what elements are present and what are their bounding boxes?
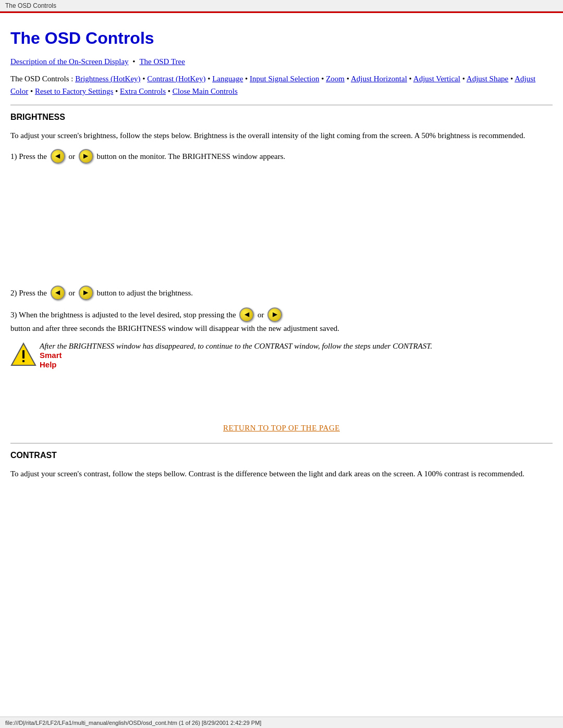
status-bar: file:///D|/rita/LF2/LF2/LFa1/multi_manua… [0, 717, 563, 728]
link-contrast-hotkey[interactable]: Contrast (HotKey) [147, 75, 205, 83]
link-extra-controls[interactable]: Extra Controls [120, 87, 166, 95]
status-bar-text: file:///D|/rita/LF2/LF2/LFa1/multi_manua… [5, 720, 261, 726]
left-arrow-button-3[interactable] [239, 307, 254, 322]
link-zoom[interactable]: Zoom [326, 75, 345, 83]
svg-rect-3 [22, 360, 25, 362]
right-arrow-button-1[interactable] [79, 149, 93, 164]
browser-title-text: The OSD Controls [5, 2, 56, 9]
step3-text-start: 3) When the brightness is adjusted to th… [10, 309, 236, 321]
brightness-heading: BRIGHTNESS [10, 113, 553, 122]
smart-help-label: SmartHelp [40, 351, 62, 369]
step1-text-after: button on the monitor. The BRIGHTNESS wi… [97, 150, 286, 163]
page-title: The OSD Controls [10, 29, 553, 48]
nav-separator-1: • [131, 57, 138, 66]
link-adjust-vertical[interactable]: Adjust Vertical [413, 75, 460, 83]
description-prefix: The OSD Controls : [10, 75, 75, 83]
nav-link-osd-tree[interactable]: The OSD Tree [139, 57, 185, 66]
contrast-heading: CONTRAST [10, 451, 553, 460]
brightness-step2: 2) Press the or button to adjust the bri… [10, 286, 553, 300]
brightness-step1: 1) Press the or button on the monitor. T… [10, 149, 553, 164]
link-reset-factory[interactable]: Reset to Factory Settings [35, 87, 113, 95]
nav-links: Description of the On-Screen Display • T… [10, 57, 553, 66]
left-arrow-button-1[interactable] [51, 149, 65, 164]
main-content: The OSD Controls Description of the On-S… [0, 13, 563, 519]
link-brightness-hotkey[interactable]: Brightness (HotKey) [75, 75, 140, 83]
brightness-step3: 3) When the brightness is adjusted to th… [10, 307, 553, 335]
step2-text-after: button to adjust the brightness. [97, 287, 193, 299]
spacer-2 [10, 377, 553, 408]
left-arrow-button-2[interactable] [51, 286, 65, 300]
link-adjust-shape[interactable]: Adjust Shape [467, 75, 508, 83]
browser-title-bar: The OSD Controls [0, 0, 563, 11]
divider-top [10, 105, 553, 105]
right-arrow-button-3[interactable] [267, 307, 282, 322]
link-adjust-horizontal[interactable]: Adjust Horizontal [351, 75, 407, 83]
link-input-signal-selection[interactable]: Input Signal Selection [250, 75, 319, 83]
step2-text-before: 2) Press the [10, 287, 47, 299]
step1-or-text: or [69, 150, 76, 163]
warning-text-block: After the BRIGHTNESS window has disappea… [40, 342, 432, 369]
right-arrow-button-2[interactable] [79, 286, 93, 300]
step3-text-end: button and after three seconds the BRIGH… [10, 322, 339, 335]
warning-icon [10, 342, 36, 368]
brightness-description: To adjust your screen's brightness, foll… [10, 129, 553, 142]
link-close-main-controls[interactable]: Close Main Controls [173, 87, 238, 95]
step3-or-text: or [258, 309, 264, 321]
step1-text-before: 1) Press the [10, 150, 47, 163]
divider-contrast [10, 443, 553, 443]
return-link-block: RETURN TO TOP OF THE PAGE [10, 424, 553, 433]
description-links-block: The OSD Controls : Brightness (HotKey) •… [10, 72, 553, 97]
step2-or-text: or [69, 287, 76, 299]
contrast-description: To adjust your screen's contrast, follow… [10, 467, 553, 480]
return-to-top-link[interactable]: RETURN TO TOP OF THE PAGE [223, 424, 340, 432]
warning-text: After the BRIGHTNESS window has disappea… [40, 342, 432, 350]
link-language[interactable]: Language [212, 75, 243, 83]
svg-rect-2 [22, 350, 25, 359]
nav-link-description[interactable]: Description of the On-Screen Display [10, 57, 129, 66]
warning-block: After the BRIGHTNESS window has disappea… [10, 342, 553, 369]
brightness-image-area [10, 171, 553, 286]
